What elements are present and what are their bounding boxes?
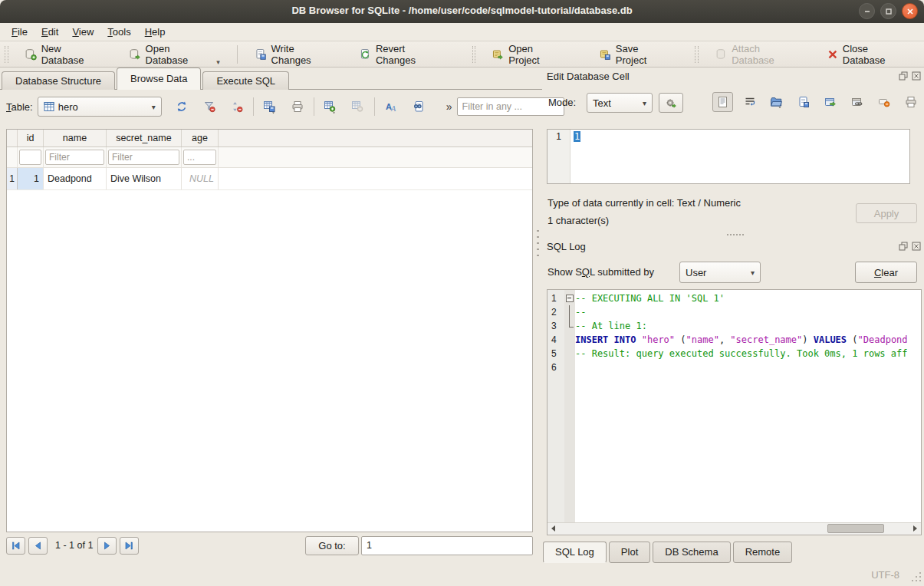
toolbar-drag-handle[interactable] [5,46,8,63]
resize-grip[interactable] [911,571,922,582]
menu-file[interactable]: File [5,25,35,39]
text-mode-button[interactable] [712,92,733,112]
dock-tab-db-schema[interactable]: DB Schema [653,542,730,563]
toolbar-drag-handle[interactable] [695,46,699,63]
sql-log-editor[interactable]: 1-- EXECUTING ALL IN 'SQL 1'2--3-- At li… [547,289,922,535]
edit-display-format-button[interactable]: A A [380,97,402,117]
toolbar-overflow-chevron[interactable]: » [446,100,452,113]
minimize-button[interactable] [859,3,875,19]
dock-tab-sql-log[interactable]: SQL Log [543,542,607,563]
menu-bar: File Edit View Tools Help [0,23,924,41]
export-data-button[interactable] [793,92,814,112]
goto-button[interactable]: Go to: [305,536,359,555]
sql-log-filter-select[interactable]: User ▾ [679,262,761,283]
open-database-label: Open Database [146,43,215,66]
write-changes-button[interactable]: Write Changes [247,40,344,69]
table-select-caret: ▾ [152,103,156,111]
dock-tab-bar: SQL Log Plot DB Schema Remote [543,542,794,563]
revert-changes-button[interactable]: Revert Changes [351,40,454,69]
filter-input-age[interactable] [183,150,216,165]
encoding-indicator[interactable]: UTF-8 [871,569,899,581]
clear-sorting-icon [231,100,243,113]
panel-splitter-handle[interactable] [537,230,539,261]
copy-link-button[interactable] [847,92,867,112]
toolbar-drag-handle[interactable] [472,46,476,63]
last-record-button[interactable] [120,537,139,555]
new-database-button[interactable]: New Database [17,40,113,69]
right-dock-panel: Edit Database Cell Mode: Text ▾ [542,67,924,565]
import-data-button[interactable] [766,92,787,112]
write-changes-label: Write Changes [271,43,337,66]
dock-tab-remote[interactable]: Remote [733,542,793,563]
word-wrap-button[interactable] [739,92,760,112]
sql-log-hscrollbar[interactable] [547,522,921,535]
cell-id[interactable]: 1 [18,168,44,189]
refresh-button[interactable] [171,97,192,117]
clear-sorting-button[interactable] [226,97,248,117]
maximize-button[interactable] [880,3,896,19]
scroll-right-arrow[interactable] [909,523,921,534]
open-database-dropdown-caret[interactable]: ▾ [216,58,220,66]
open-database-button[interactable]: Open Database ▾ [121,40,228,69]
revert-changes-label: Revert Changes [376,43,447,66]
row-number-header[interactable]: 1 [7,168,18,189]
goto-input[interactable] [361,536,533,555]
first-record-button[interactable] [6,537,25,555]
font-format-icon: A A [385,100,397,113]
save-table-button[interactable] [259,97,281,117]
auto-apply-button[interactable] [659,93,683,113]
close-dock-button[interactable] [911,241,921,251]
dock-tab-plot[interactable]: Plot [609,542,650,563]
next-record-button[interactable] [97,537,117,555]
cell-secret-name[interactable]: Dive Wilson [107,168,182,189]
column-header-name[interactable]: name [44,130,107,146]
delete-record-button [347,97,369,117]
open-in-external-button[interactable] [820,92,840,112]
scroll-left-arrow[interactable] [547,523,559,534]
tab-browse-data[interactable]: Browse Data [117,67,201,90]
dock-splitter-handle[interactable] [727,234,747,236]
tab-execute-sql[interactable]: Execute SQL [202,71,289,90]
float-dock-button[interactable] [898,241,908,251]
cell-name[interactable]: Deadpond [44,168,107,189]
table-select[interactable]: hero ▾ [38,97,162,117]
menu-edit[interactable]: Edit [35,25,65,39]
float-icon [899,242,908,251]
cell-age[interactable]: NULL [182,168,219,189]
filter-input-secret-name[interactable] [108,150,179,165]
close-button[interactable] [902,3,918,19]
close-dock-button[interactable] [911,71,921,81]
tab-database-structure[interactable]: Database Structure [2,71,115,90]
column-header-id[interactable]: id [18,130,44,146]
sql-log-line: 4INSERT INTO "hero" ("name", "secret_nam… [547,333,921,347]
set-null-button[interactable] [873,92,894,112]
set-null-icon [878,96,890,108]
save-project-button[interactable]: Save Project [591,40,679,69]
sql-log-line: 3-- At line 1: [547,319,921,333]
print-cell-button[interactable] [900,92,921,112]
find-in-table-button[interactable] [408,97,429,117]
sql-log-line: 2-- [547,305,921,319]
mode-select[interactable]: Text ▾ [587,93,653,113]
column-header-age[interactable]: age [182,130,219,146]
clear-filters-button[interactable] [199,97,220,117]
export-file-icon [797,96,810,108]
previous-record-button[interactable] [28,537,48,555]
open-project-icon [492,48,504,61]
open-project-button[interactable]: Open Project [484,40,574,69]
filter-spacer [219,147,532,167]
cell-editor[interactable]: 1 1 [547,129,910,184]
menu-help[interactable]: Help [138,25,173,39]
filter-input-id[interactable] [19,150,41,165]
filter-input-name[interactable] [45,150,104,165]
menu-view[interactable]: View [65,25,100,39]
column-header-secret-name[interactable]: secret_name [107,130,182,146]
insert-record-button[interactable] [320,97,341,117]
clear-log-button[interactable]: Clear [855,262,917,283]
print-button[interactable] [287,97,308,117]
close-database-button[interactable]: Close Database [820,40,920,69]
scrollbar-thumb[interactable] [827,524,884,533]
menu-tools[interactable]: Tools [100,25,137,39]
float-dock-button[interactable] [898,71,908,81]
toolbar-separator [237,45,238,64]
